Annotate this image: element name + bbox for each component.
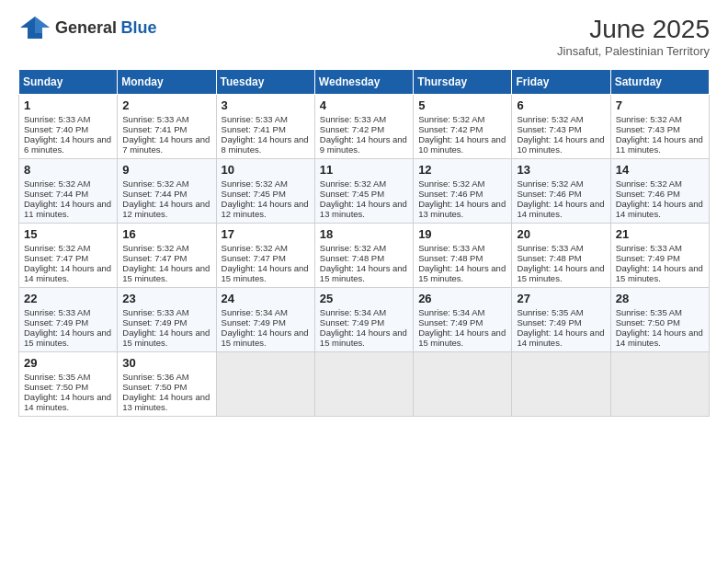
- sunset-text: Sunset: 7:49 PM: [320, 317, 408, 327]
- sunrise-text: Sunrise: 5:32 AM: [24, 178, 112, 189]
- sunset-text: Sunset: 7:47 PM: [122, 253, 210, 263]
- sunrise-text: Sunrise: 5:33 AM: [122, 114, 210, 124]
- sunset-text: Sunset: 7:41 PM: [122, 124, 210, 134]
- sunset-text: Sunset: 7:44 PM: [122, 189, 210, 199]
- day-number: 18: [320, 227, 408, 241]
- calendar-cell: 6Sunrise: 5:32 AMSunset: 7:43 PMDaylight…: [512, 95, 610, 159]
- day-header-thursday: Thursday: [414, 70, 512, 95]
- day-number: 15: [24, 227, 112, 241]
- calendar-cell: 18Sunrise: 5:32 AMSunset: 7:48 PMDayligh…: [314, 224, 413, 288]
- sunset-text: Sunset: 7:49 PM: [517, 317, 605, 327]
- sunset-text: Sunset: 7:48 PM: [320, 253, 408, 263]
- sunrise-text: Sunrise: 5:32 AM: [222, 178, 310, 189]
- daylight-text: Daylight: 14 hours and 15 minutes.: [222, 327, 310, 348]
- day-number: 6: [517, 98, 605, 112]
- calendar-cell: 3Sunrise: 5:33 AMSunset: 7:41 PMDaylight…: [216, 95, 314, 159]
- calendar-cell: 4Sunrise: 5:33 AMSunset: 7:42 PMDaylight…: [314, 95, 413, 159]
- calendar-cell: 29Sunrise: 5:35 AMSunset: 7:50 PMDayligh…: [19, 352, 118, 417]
- sunset-text: Sunset: 7:43 PM: [616, 124, 704, 134]
- calendar-header-row: SundayMondayTuesdayWednesdayThursdayFrid…: [19, 70, 710, 95]
- day-number: 26: [418, 292, 506, 305]
- sunrise-text: Sunrise: 5:32 AM: [320, 243, 408, 253]
- daylight-text: Daylight: 14 hours and 14 minutes.: [24, 392, 112, 412]
- day-number: 9: [122, 163, 210, 177]
- sunset-text: Sunset: 7:48 PM: [517, 253, 605, 263]
- sunrise-text: Sunrise: 5:33 AM: [24, 114, 112, 124]
- calendar-cell: 23Sunrise: 5:33 AMSunset: 7:49 PMDayligh…: [118, 288, 216, 352]
- calendar-cell: [512, 352, 610, 417]
- sunrise-text: Sunrise: 5:33 AM: [418, 243, 506, 253]
- calendar-cell: 26Sunrise: 5:34 AMSunset: 7:49 PMDayligh…: [414, 288, 512, 352]
- sunset-text: Sunset: 7:50 PM: [24, 382, 112, 392]
- calendar-cell: 22Sunrise: 5:33 AMSunset: 7:49 PMDayligh…: [19, 288, 118, 352]
- daylight-text: Daylight: 14 hours and 15 minutes.: [418, 263, 506, 283]
- day-header-sunday: Sunday: [19, 70, 118, 95]
- sunset-text: Sunset: 7:41 PM: [222, 124, 310, 134]
- sunset-text: Sunset: 7:47 PM: [222, 253, 310, 263]
- daylight-text: Daylight: 14 hours and 12 minutes.: [222, 199, 310, 219]
- calendar-cell: 14Sunrise: 5:32 AMSunset: 7:46 PMDayligh…: [610, 159, 709, 224]
- day-number: 11: [320, 163, 408, 177]
- day-number: 23: [122, 292, 210, 305]
- day-number: 7: [616, 98, 704, 112]
- calendar-cell: 20Sunrise: 5:33 AMSunset: 7:48 PMDayligh…: [512, 224, 610, 288]
- sunrise-text: Sunrise: 5:32 AM: [616, 178, 704, 189]
- calendar-cell: 12Sunrise: 5:32 AMSunset: 7:46 PMDayligh…: [414, 159, 512, 224]
- daylight-text: Daylight: 14 hours and 12 minutes.: [122, 199, 210, 219]
- calendar-week-3: 15Sunrise: 5:32 AMSunset: 7:47 PMDayligh…: [19, 224, 710, 288]
- sunrise-text: Sunrise: 5:32 AM: [616, 114, 704, 124]
- calendar-cell: 5Sunrise: 5:32 AMSunset: 7:42 PMDaylight…: [414, 95, 512, 159]
- sunset-text: Sunset: 7:49 PM: [122, 317, 210, 327]
- sunrise-text: Sunrise: 5:35 AM: [616, 307, 704, 317]
- sunrise-text: Sunrise: 5:32 AM: [222, 243, 310, 253]
- day-header-tuesday: Tuesday: [216, 70, 314, 95]
- sunset-text: Sunset: 7:46 PM: [517, 189, 605, 199]
- sunrise-text: Sunrise: 5:33 AM: [517, 243, 605, 253]
- sunrise-text: Sunrise: 5:32 AM: [122, 243, 210, 253]
- sunrise-text: Sunrise: 5:32 AM: [122, 178, 210, 189]
- title-block: June 2025 Jinsafut, Palestinian Territor…: [557, 15, 710, 58]
- calendar-cell: 25Sunrise: 5:34 AMSunset: 7:49 PMDayligh…: [314, 288, 413, 352]
- day-number: 1: [24, 98, 112, 112]
- logo-blue-text: Blue: [121, 18, 157, 37]
- sunrise-text: Sunrise: 5:33 AM: [320, 114, 408, 124]
- sunset-text: Sunset: 7:50 PM: [122, 382, 210, 392]
- calendar-cell: 9Sunrise: 5:32 AMSunset: 7:44 PMDaylight…: [118, 159, 216, 224]
- sunset-text: Sunset: 7:50 PM: [616, 317, 704, 327]
- sunset-text: Sunset: 7:49 PM: [616, 253, 704, 263]
- daylight-text: Daylight: 14 hours and 14 minutes.: [616, 327, 704, 348]
- daylight-text: Daylight: 14 hours and 6 minutes.: [24, 134, 112, 155]
- day-number: 25: [320, 292, 408, 305]
- sunset-text: Sunset: 7:46 PM: [418, 189, 506, 199]
- sunrise-text: Sunrise: 5:33 AM: [122, 307, 210, 317]
- logo: General Blue: [18, 15, 157, 40]
- daylight-text: Daylight: 14 hours and 14 minutes.: [616, 199, 704, 219]
- day-number: 24: [222, 292, 310, 305]
- day-number: 20: [517, 227, 605, 241]
- calendar-cell: 15Sunrise: 5:32 AMSunset: 7:47 PMDayligh…: [19, 224, 118, 288]
- calendar-cell: [414, 352, 512, 417]
- daylight-text: Daylight: 14 hours and 13 minutes.: [418, 199, 506, 219]
- day-number: 4: [320, 98, 408, 112]
- sunset-text: Sunset: 7:45 PM: [222, 189, 310, 199]
- day-number: 13: [517, 163, 605, 177]
- calendar-cell: [314, 352, 413, 417]
- day-number: 12: [418, 163, 506, 177]
- sunset-text: Sunset: 7:47 PM: [24, 253, 112, 263]
- daylight-text: Daylight: 14 hours and 14 minutes.: [24, 263, 112, 283]
- sunrise-text: Sunrise: 5:32 AM: [517, 114, 605, 124]
- daylight-text: Daylight: 14 hours and 15 minutes.: [517, 263, 605, 283]
- calendar-cell: 28Sunrise: 5:35 AMSunset: 7:50 PMDayligh…: [610, 288, 709, 352]
- daylight-text: Daylight: 14 hours and 7 minutes.: [122, 134, 210, 155]
- sunset-text: Sunset: 7:49 PM: [418, 317, 506, 327]
- sunset-text: Sunset: 7:42 PM: [418, 124, 506, 134]
- sunset-text: Sunset: 7:49 PM: [222, 317, 310, 327]
- calendar-cell: 21Sunrise: 5:33 AMSunset: 7:49 PMDayligh…: [610, 224, 709, 288]
- sunrise-text: Sunrise: 5:34 AM: [320, 307, 408, 317]
- calendar-cell: 2Sunrise: 5:33 AMSunset: 7:41 PMDaylight…: [118, 95, 216, 159]
- daylight-text: Daylight: 14 hours and 15 minutes.: [24, 327, 112, 348]
- day-number: 16: [122, 227, 210, 241]
- month-title: June 2025: [557, 15, 710, 44]
- sunrise-text: Sunrise: 5:35 AM: [24, 372, 112, 382]
- calendar-week-1: 1Sunrise: 5:33 AMSunset: 7:40 PMDaylight…: [19, 95, 710, 159]
